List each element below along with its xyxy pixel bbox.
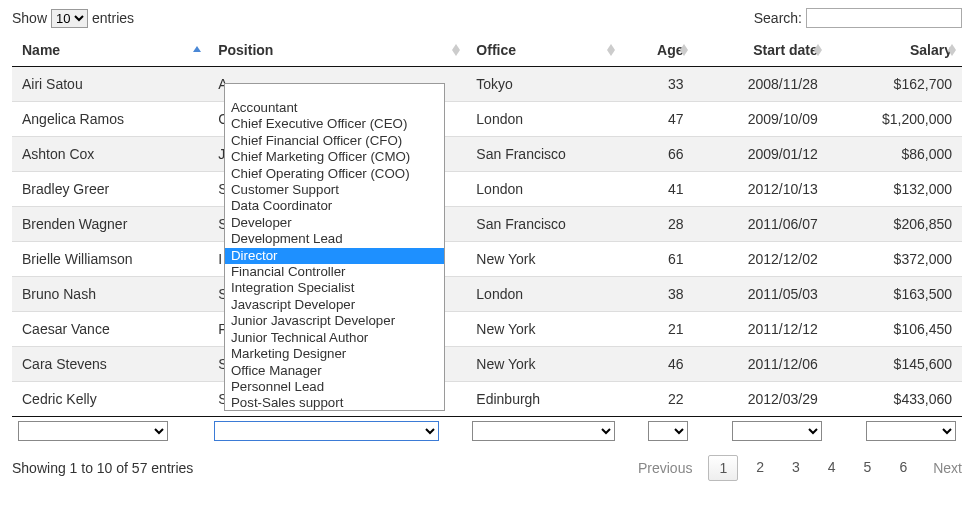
table-row: Bradley GreerSLondon412012/10/13$132,000	[12, 172, 962, 207]
data-table: Name Position Office Age	[12, 34, 962, 445]
dropdown-option[interactable]: Accountant	[225, 100, 444, 116]
cell-salary: $1,200,000	[828, 102, 962, 137]
cell-start-date: 2008/11/28	[694, 67, 828, 102]
filter-salary[interactable]	[866, 421, 956, 441]
cell-start-date: 2011/12/06	[694, 347, 828, 382]
page-button[interactable]: 2	[746, 455, 774, 481]
length-menu: Show 10 entries	[12, 9, 134, 28]
cell-name: Airi Satou	[12, 67, 208, 102]
dropdown-option[interactable]: Financial Controller	[225, 264, 444, 280]
search-box: Search:	[754, 8, 962, 28]
cell-age: 22	[621, 382, 693, 417]
cell-age: 41	[621, 172, 693, 207]
dropdown-option[interactable]: Development Lead	[225, 231, 444, 247]
table-row: Brielle WilliamsonINew York612012/12/02$…	[12, 242, 962, 277]
svg-marker-2	[452, 50, 460, 56]
cell-salary: $162,700	[828, 67, 962, 102]
cell-name: Brenden Wagner	[12, 207, 208, 242]
dropdown-option[interactable]: Marketing Designer	[225, 346, 444, 362]
table-row: Bruno NashSLondon382011/05/03$163,500	[12, 277, 962, 312]
page-button[interactable]: 4	[818, 455, 846, 481]
table-row: Ashton CoxJSan Francisco662009/01/12$86,…	[12, 137, 962, 172]
cell-office: Edinburgh	[466, 382, 621, 417]
cell-salary: $145,600	[828, 347, 962, 382]
sort-both-icon	[948, 44, 956, 56]
dropdown-option[interactable]: Personnel Lead	[225, 379, 444, 395]
cell-name: Brielle Williamson	[12, 242, 208, 277]
cell-office: Tokyo	[466, 67, 621, 102]
page-button[interactable]: 3	[782, 455, 810, 481]
dropdown-option[interactable]: Data Coordinator	[225, 198, 444, 214]
pagination: Previous 123456 Next	[638, 455, 962, 481]
dropdown-option[interactable]: Director	[225, 248, 444, 264]
search-input[interactable]	[806, 8, 962, 28]
dropdown-option[interactable]: Customer Support	[225, 182, 444, 198]
sort-both-icon	[452, 44, 460, 56]
previous-button[interactable]: Previous	[638, 460, 692, 476]
next-button[interactable]: Next	[933, 460, 962, 476]
filter-office[interactable]	[472, 421, 615, 441]
sort-both-icon	[680, 44, 688, 56]
cell-age: 47	[621, 102, 693, 137]
filter-age[interactable]	[648, 421, 688, 441]
table-row: Cara StevensSNew York462011/12/06$145,60…	[12, 347, 962, 382]
cell-salary: $163,500	[828, 277, 962, 312]
sort-both-icon	[607, 44, 615, 56]
page-button[interactable]: 6	[889, 455, 917, 481]
cell-start-date: 2011/12/12	[694, 312, 828, 347]
page-button[interactable]: 1	[708, 455, 738, 481]
col-salary[interactable]: Salary	[828, 34, 962, 67]
dropdown-option[interactable]: Integration Specialist	[225, 280, 444, 296]
sort-both-icon	[814, 44, 822, 56]
dropdown-option[interactable]: Office Manager	[225, 363, 444, 379]
dropdown-option[interactable]: Chief Marketing Officer (CMO)	[225, 149, 444, 165]
col-office[interactable]: Office	[466, 34, 621, 67]
dropdown-option[interactable]: Javascript Developer	[225, 297, 444, 313]
table-row: Cedric KellySEdinburgh222012/03/29$433,0…	[12, 382, 962, 417]
dropdown-option[interactable]: Junior Technical Author	[225, 330, 444, 346]
dropdown-option[interactable]: Junior Javascript Developer	[225, 313, 444, 329]
page-button[interactable]: 5	[854, 455, 882, 481]
col-position[interactable]: Position	[208, 34, 466, 67]
cell-office: San Francisco	[466, 207, 621, 242]
entries-select[interactable]: 10	[51, 9, 88, 28]
dropdown-option[interactable]	[225, 84, 444, 100]
cell-start-date: 2012/12/02	[694, 242, 828, 277]
cell-name: Bradley Greer	[12, 172, 208, 207]
cell-salary: $86,000	[828, 137, 962, 172]
table-row: Brenden WagnerSSan Francisco282011/06/07…	[12, 207, 962, 242]
cell-start-date: 2011/05/03	[694, 277, 828, 312]
dropdown-option[interactable]: Chief Operating Officer (COO)	[225, 166, 444, 182]
cell-age: 66	[621, 137, 693, 172]
cell-name: Caesar Vance	[12, 312, 208, 347]
cell-salary: $372,000	[828, 242, 962, 277]
table-info: Showing 1 to 10 of 57 entries	[12, 460, 193, 476]
filter-start-date[interactable]	[732, 421, 822, 441]
dropdown-option[interactable]: Chief Executive Officer (CEO)	[225, 116, 444, 132]
position-dropdown-list[interactable]: AccountantChief Executive Officer (CEO)C…	[224, 83, 445, 411]
cell-start-date: 2009/10/09	[694, 102, 828, 137]
dropdown-option[interactable]: Developer	[225, 215, 444, 231]
cell-salary: $206,850	[828, 207, 962, 242]
cell-office: London	[466, 172, 621, 207]
cell-age: 61	[621, 242, 693, 277]
dropdown-option[interactable]: Post-Sales support	[225, 395, 444, 411]
cell-name: Bruno Nash	[12, 277, 208, 312]
dropdown-option[interactable]: Chief Financial Officer (CFO)	[225, 133, 444, 149]
svg-marker-0	[193, 46, 201, 52]
cell-name: Cara Stevens	[12, 347, 208, 382]
search-label: Search:	[754, 10, 802, 26]
col-name[interactable]: Name	[12, 34, 208, 67]
filter-name[interactable]	[18, 421, 168, 441]
cell-start-date: 2012/10/13	[694, 172, 828, 207]
header-row: Name Position Office Age	[12, 34, 962, 67]
col-start-date[interactable]: Start date	[694, 34, 828, 67]
cell-office: New York	[466, 242, 621, 277]
cell-name: Ashton Cox	[12, 137, 208, 172]
svg-marker-6	[680, 50, 688, 56]
col-age[interactable]: Age	[621, 34, 693, 67]
cell-name: Angelica Ramos	[12, 102, 208, 137]
cell-office: London	[466, 102, 621, 137]
cell-start-date: 2012/03/29	[694, 382, 828, 417]
filter-position[interactable]	[214, 421, 439, 441]
